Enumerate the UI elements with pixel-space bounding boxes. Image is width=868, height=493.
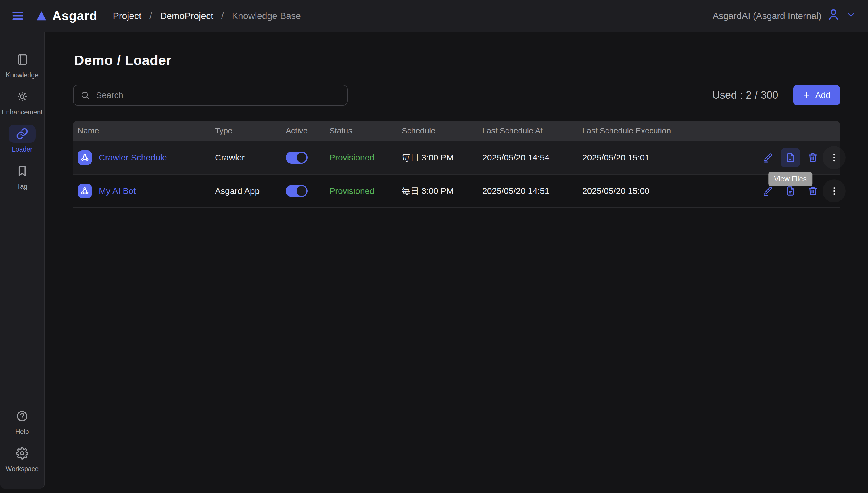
sidebar: Knowledge Enhancement Loader Tag [0, 31, 45, 489]
row-status: Provisioned [325, 186, 397, 196]
row-last-schedule-execution: 2025/05/20 15:01 [578, 153, 762, 163]
usage-counter: Used : 2 / 300 [712, 89, 778, 101]
add-button[interactable]: Add [793, 85, 840, 105]
column-header-schedule: Schedule [397, 126, 478, 135]
loader-knot-icon [77, 184, 92, 198]
app-window: Asgard Project / DemoProject / Knowledge… [0, 0, 868, 493]
sidebar-item-label: Knowledge [6, 71, 39, 79]
sidebar-item-workspace[interactable]: Workspace [0, 444, 44, 473]
brand-name: Asgard [52, 8, 97, 23]
sidebar-item-label: Help [15, 428, 29, 436]
top-bar: Asgard Project / DemoProject / Knowledge… [0, 0, 868, 31]
more-actions-button[interactable] [828, 185, 840, 197]
column-header-last-schedule-execution: Last Schedule Execution [578, 126, 762, 135]
plus-icon [802, 91, 810, 99]
table-row: Crawler Schedule Crawler Provisioned 毎日 … [73, 141, 840, 175]
breadcrumb-knowledge-base: Knowledge Base [232, 10, 301, 21]
active-toggle[interactable] [286, 152, 307, 164]
book-icon [8, 51, 36, 68]
sidebar-item-help[interactable]: Help [0, 407, 44, 436]
breadcrumb-project[interactable]: Project [113, 10, 141, 21]
hamburger-menu-button[interactable] [10, 8, 25, 23]
row-name-link[interactable]: Crawler Schedule [99, 153, 167, 163]
loader-knot-icon [77, 150, 92, 165]
sidebar-bottom: Help Workspace [0, 407, 44, 473]
row-name-link[interactable]: My AI Bot [99, 186, 136, 196]
brand-logo[interactable]: Asgard [35, 8, 97, 23]
hamburger-icon [11, 9, 25, 23]
sidebar-item-label: Tag [17, 183, 27, 190]
sidebar-item-loader[interactable]: Loader [0, 125, 44, 153]
row-status: Provisioned [325, 153, 397, 163]
sidebar-item-tag[interactable]: Tag [0, 162, 44, 190]
breadcrumb-separator: / [221, 10, 224, 21]
logo-triangle-icon [35, 9, 48, 22]
search-icon [81, 91, 90, 100]
question-circle-icon [8, 407, 36, 425]
active-toggle[interactable] [286, 185, 307, 197]
toolbar: Used : 2 / 300 Add [73, 85, 840, 106]
chevron-down-icon [846, 9, 856, 22]
row-last-schedule-execution: 2025/05/20 15:00 [578, 186, 762, 196]
sidebar-item-enhancement[interactable]: Enhancement [0, 88, 44, 116]
bookmark-icon [8, 162, 36, 180]
search-box [73, 85, 348, 106]
edit-icon [763, 152, 773, 163]
breadcrumb: Project / DemoProject / Knowledge Base [113, 10, 301, 21]
sidebar-item-label: Enhancement [2, 108, 43, 116]
delete-button[interactable] [806, 151, 819, 164]
toggle-knob [297, 186, 306, 196]
more-actions-button[interactable] [828, 151, 840, 164]
ellipsis-icon [829, 186, 839, 196]
edit-icon [763, 186, 773, 196]
column-header-name: Name [73, 126, 210, 135]
gear-icon [8, 444, 36, 462]
edit-button[interactable] [762, 185, 774, 197]
loader-table: Name Type Active Status Schedule Last Sc… [73, 121, 840, 208]
column-header-last-schedule-at: Last Schedule At [478, 126, 578, 135]
row-actions: View Files [762, 148, 848, 167]
main-content: Demo / Loader Used : 2 / 300 Add Name Ty… [45, 31, 868, 493]
column-header-type: Type [210, 126, 281, 135]
toggle-knob [297, 153, 306, 163]
row-schedule: 毎日 3:00 PM [397, 185, 478, 197]
account-menu[interactable]: AsgardAI (Asgard Internal) [712, 8, 856, 24]
row-last-schedule-at: 2025/05/20 14:51 [478, 186, 578, 196]
row-type: Crawler [210, 153, 281, 163]
trash-icon [808, 186, 818, 196]
file-icon [785, 186, 796, 196]
column-header-active: Active [281, 126, 325, 135]
file-icon [785, 152, 796, 163]
breadcrumb-demoproject[interactable]: DemoProject [160, 10, 213, 21]
table-header: Name Type Active Status Schedule Last Sc… [73, 121, 840, 141]
add-button-label: Add [815, 90, 830, 100]
link-icon [8, 125, 36, 143]
account-label: AsgardAI (Asgard Internal) [712, 10, 821, 21]
ellipsis-icon [829, 152, 839, 163]
sidebar-item-knowledge[interactable]: Knowledge [0, 51, 44, 79]
table-row: My AI Bot Asgard App Provisioned 毎日 3:00… [73, 175, 840, 208]
delete-button[interactable] [806, 185, 819, 197]
sidebar-item-label: Loader [12, 146, 32, 153]
sidebar-item-label: Workspace [6, 465, 39, 473]
page-title: Demo / Loader [74, 52, 840, 68]
sun-icon [8, 88, 36, 106]
row-last-schedule-at: 2025/05/20 14:54 [478, 153, 578, 163]
user-icon [827, 8, 840, 24]
row-schedule: 毎日 3:00 PM [397, 152, 478, 164]
search-input[interactable] [95, 90, 340, 101]
edit-button[interactable] [762, 151, 774, 164]
view-files-button[interactable]: View Files [781, 148, 800, 167]
row-type: Asgard App [210, 186, 281, 196]
column-header-status: Status [325, 126, 397, 135]
breadcrumb-separator: / [150, 10, 152, 21]
view-files-tooltip: View Files [768, 172, 812, 186]
trash-icon [808, 152, 818, 163]
